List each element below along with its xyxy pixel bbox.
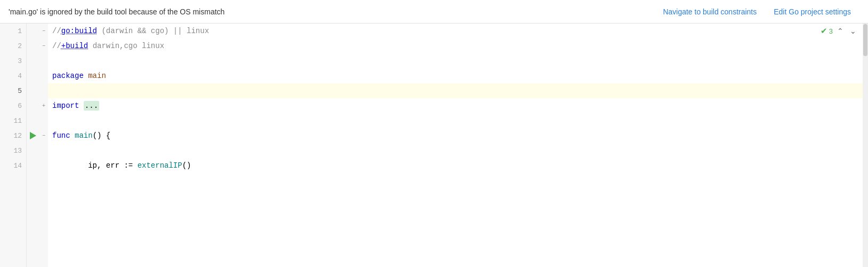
line-number-11: 11 — [0, 113, 26, 128]
main-func-name: main — [75, 131, 93, 140]
line-number-6: 6 — [0, 98, 26, 113]
line-number-5: 5 — [0, 83, 26, 98]
code-lines: //go:build (darwin && cgo) || linux //+b… — [48, 23, 863, 173]
line-numbers-gutter: 1 2 3 4 5 6 11 12 13 14 — [0, 23, 27, 267]
import-keyword: import — [52, 101, 79, 110]
go-build-tag[interactable]: go:build — [61, 27, 97, 35]
notification-bar: 'main.go' is ignored by the build tool b… — [0, 0, 868, 23]
notification-message: 'main.go' is ignored by the build tool b… — [9, 7, 654, 16]
line-number-4: 4 — [0, 68, 26, 83]
line-number-1: 1 — [0, 23, 26, 38]
call-parens: () — [182, 161, 191, 170]
line-number-12: 12 — [0, 128, 26, 143]
code-line-4: package main — [48, 68, 863, 83]
fold-cell-12[interactable]: − — [39, 128, 48, 143]
func-keyword: func — [52, 131, 70, 140]
code-line-3 — [48, 53, 863, 68]
package-keyword: package — [52, 72, 84, 80]
var-ip-err: ip, err := — [88, 161, 137, 170]
indent-14 — [52, 161, 88, 170]
fold-cell-11 — [39, 113, 48, 128]
code-line-5 — [48, 83, 863, 98]
run-cell-6 — [27, 98, 39, 113]
run-cell-13 — [27, 143, 39, 158]
func-signature: () { — [93, 131, 111, 140]
line-number-13: 13 — [0, 143, 26, 158]
code-line-1: //go:build (darwin && cgo) || linux — [48, 23, 863, 38]
code-content-area: ✔ 3 ⌃ ⌄ //go:build (darwin && cgo) || li… — [48, 23, 863, 267]
fold-cell-5 — [39, 83, 48, 98]
run-cell-4 — [27, 68, 39, 83]
code-line-2: //+build darwin,cgo linux — [48, 38, 863, 53]
code-line-14: ip, err := externalIP() — [48, 158, 863, 173]
code-line-6: import ... — [48, 98, 863, 113]
build-constraint-2: darwin,cgo linux — [88, 42, 164, 50]
fold-cell-2[interactable]: − — [39, 38, 48, 53]
main-package-name: main — [88, 72, 106, 80]
external-ip-func: externalIP — [138, 161, 182, 170]
fold-cell-1[interactable]: − — [39, 23, 48, 38]
fold-gutter: − − + − — [39, 23, 48, 267]
scrollbar-track[interactable] — [863, 23, 868, 267]
fold-cell-4 — [39, 68, 48, 83]
line-number-2: 2 — [0, 38, 26, 53]
run-arrow-icon[interactable] — [30, 132, 36, 139]
run-cell-14 — [27, 158, 39, 173]
run-cell-5 — [27, 83, 39, 98]
code-line-13 — [48, 143, 863, 158]
run-cell-1 — [27, 23, 39, 38]
run-cell-2 — [27, 38, 39, 53]
comment-slashes-2: // — [52, 42, 61, 50]
run-cell-11 — [27, 113, 39, 128]
plus-build-tag[interactable]: +build — [61, 42, 88, 50]
comment-slashes-1: // — [52, 27, 61, 35]
run-gutter — [27, 23, 39, 267]
fold-cell-13 — [39, 143, 48, 158]
line-number-3: 3 — [0, 53, 26, 68]
fold-cell-6[interactable]: + — [39, 98, 48, 113]
scrollbar-thumb[interactable] — [863, 24, 867, 56]
fold-cell-14 — [39, 158, 48, 173]
code-line-12: func main() { — [48, 128, 863, 143]
run-cell-3 — [27, 53, 39, 68]
run-cell-12[interactable] — [27, 128, 39, 143]
fold-cell-3 — [39, 53, 48, 68]
import-ellipsis: ... — [84, 101, 99, 111]
build-constraint-1: (darwin && cgo) || linux — [97, 27, 209, 35]
line-number-14: 14 — [0, 158, 26, 173]
code-line-11 — [48, 113, 863, 128]
navigate-build-constraints-link[interactable]: Navigate to build constraints — [654, 7, 765, 16]
edit-go-project-settings-link[interactable]: Edit Go project settings — [765, 7, 859, 16]
code-editor: 1 2 3 4 5 6 11 12 13 14 − − + − — [0, 23, 868, 267]
